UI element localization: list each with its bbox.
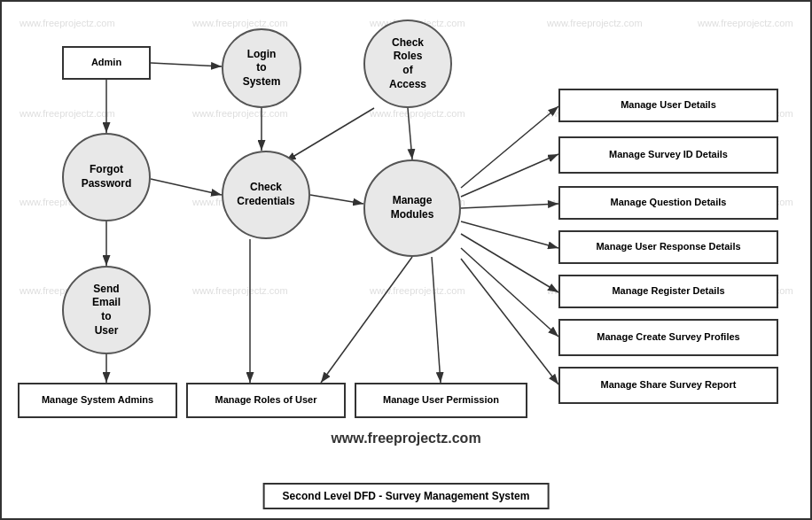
forgot-password-circle: ForgotPassword <box>62 133 151 221</box>
manage-survey-id-label: Manage Survey ID Details <box>609 148 728 161</box>
svg-line-17 <box>321 257 412 383</box>
diagram-container: www.freeprojectz.com www.freeprojectz.co… <box>0 0 812 520</box>
send-email-circle: SendEmailtoUser <box>62 266 151 354</box>
svg-line-11 <box>461 154 558 197</box>
check-credentials-circle: CheckCredentials <box>222 151 310 239</box>
manage-user-response-label: Manage User Response Details <box>596 240 740 253</box>
watermark-4: www.freeprojectz.com <box>547 18 643 28</box>
svg-line-4 <box>408 108 412 159</box>
check-credentials-label: CheckCredentials <box>237 181 294 208</box>
manage-share-label: Manage Share Survey Report <box>601 378 737 392</box>
manage-user-response-box: Manage User Response Details <box>558 230 778 264</box>
svg-line-16 <box>461 259 558 384</box>
check-roles-label: CheckRolesofAccess <box>389 36 426 91</box>
send-email-label: SendEmailtoUser <box>92 283 121 338</box>
watermark-5: www.freeprojectz.com <box>698 18 793 28</box>
watermark-8: www.freeprojectz.com <box>370 108 465 119</box>
svg-line-14 <box>461 234 558 292</box>
svg-line-13 <box>461 221 558 248</box>
admin-label: Admin <box>91 56 121 69</box>
manage-share-box: Manage Share Survey Report <box>558 367 778 404</box>
manage-register-box: Manage Register Details <box>558 275 778 308</box>
manage-roles-box: Manage Roles of User <box>186 383 346 418</box>
website-text: www.freeprojectz.com <box>331 431 480 446</box>
watermark-7: www.freeprojectz.com <box>192 108 288 119</box>
manage-user-permission-box: Manage User Permission <box>355 383 527 418</box>
login-label: LogintoSystem <box>243 48 281 89</box>
manage-create-survey-box: Manage Create Survey Profiles <box>558 319 778 356</box>
manage-roles-label: Manage Roles of User <box>215 393 317 407</box>
svg-line-10 <box>461 106 558 188</box>
manage-system-admins-box: Manage System Admins <box>18 383 177 418</box>
manage-modules-label: ManageModules <box>391 194 434 221</box>
manage-register-label: Manage Register Details <box>612 284 724 298</box>
manage-modules-circle: ManageModules <box>363 159 461 257</box>
check-roles-circle: CheckRolesofAccess <box>363 19 452 108</box>
svg-line-12 <box>461 204 558 208</box>
watermark-18: www.freeprojectz.com <box>370 285 465 296</box>
manage-user-details-label: Manage User Details <box>621 98 716 112</box>
watermark-2: www.freeprojectz.com <box>192 18 288 28</box>
svg-line-6 <box>285 108 374 161</box>
footer-label: Second Level DFD - Survey Management Sys… <box>283 490 530 502</box>
svg-line-8 <box>151 179 222 195</box>
footer-box: Second Level DFD - Survey Management Sys… <box>263 483 550 509</box>
forgot-password-label: ForgotPassword <box>82 163 132 190</box>
manage-survey-id-box: Manage Survey ID Details <box>558 136 778 174</box>
manage-user-details-box: Manage User Details <box>558 89 778 122</box>
admin-rect: Admin <box>62 46 151 80</box>
watermark-1: www.freeprojectz.com <box>20 18 115 28</box>
manage-create-survey-label: Manage Create Survey Profiles <box>597 330 739 344</box>
manage-question-label: Manage Question Details <box>611 196 727 209</box>
svg-line-1 <box>151 63 222 66</box>
manage-system-admins-label: Manage System Admins <box>42 393 153 407</box>
watermark-17: www.freeprojectz.com <box>192 285 288 296</box>
manage-question-box: Manage Question Details <box>558 186 778 220</box>
watermark-6: www.freeprojectz.com <box>20 108 115 119</box>
svg-line-5 <box>310 195 363 204</box>
login-circle: LogintoSystem <box>222 28 301 108</box>
manage-user-permission-label: Manage User Permission <box>383 393 499 407</box>
svg-line-18 <box>432 257 441 383</box>
svg-line-15 <box>461 248 558 337</box>
